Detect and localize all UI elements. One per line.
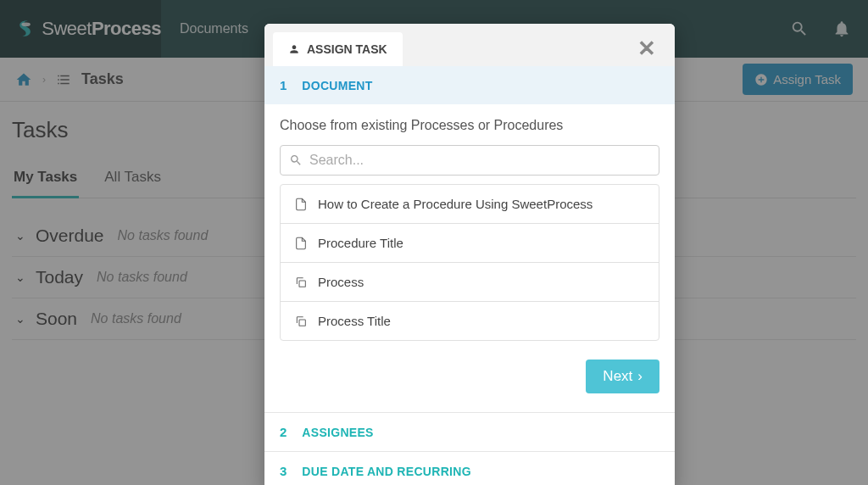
step-label: DUE DATE AND RECURRING (302, 465, 471, 478)
step-label: DOCUMENT (302, 79, 372, 92)
step-instruction: Choose from existing Processes or Proced… (280, 118, 659, 133)
modal-title-tab: ASSIGN TASK (273, 32, 403, 66)
next-button[interactable]: Next › (586, 360, 659, 393)
document-item[interactable]: Procedure Title (281, 224, 659, 263)
file-icon (294, 237, 308, 250)
document-title: How to Create a Procedure Using SweetPro… (318, 197, 593, 211)
copy-icon (294, 276, 308, 289)
step-number: 1 (280, 78, 287, 92)
document-title: Procedure Title (318, 236, 403, 250)
document-item[interactable]: How to Create a Procedure Using SweetPro… (281, 185, 659, 224)
svg-rect-2 (299, 320, 305, 326)
step-document-body: Choose from existing Processes or Proced… (264, 104, 675, 412)
next-button-label: Next (603, 368, 632, 385)
step-assignees-header[interactable]: 2 ASSIGNEES (264, 412, 675, 451)
svg-rect-1 (299, 281, 305, 287)
document-item[interactable]: Process Title (281, 302, 659, 340)
file-icon (294, 198, 308, 211)
document-item[interactable]: Process (281, 263, 659, 302)
search-icon (289, 153, 303, 167)
person-icon (288, 43, 300, 55)
step-number: 2 (280, 425, 287, 439)
step-label: ASSIGNEES (302, 426, 373, 439)
step-document-header[interactable]: 1 DOCUMENT (264, 66, 675, 104)
close-icon: ✕ (637, 36, 656, 61)
step-number: 3 (280, 464, 287, 478)
modal-title: ASSIGN TASK (307, 42, 387, 56)
chevron-right-icon: › (637, 368, 643, 385)
modal-header: ASSIGN TASK ✕ (264, 24, 675, 66)
copy-icon (294, 315, 308, 328)
document-title: Process Title (318, 314, 391, 328)
close-button[interactable]: ✕ (631, 32, 663, 65)
step-duedate-header[interactable]: 3 DUE DATE AND RECURRING (264, 451, 675, 485)
document-search[interactable] (280, 145, 659, 176)
document-list: How to Create a Procedure Using SweetPro… (280, 184, 659, 341)
document-title: Process (318, 275, 364, 289)
assign-task-modal: ASSIGN TASK ✕ 1 DOCUMENT Choose from exi… (264, 24, 675, 485)
search-input[interactable] (309, 153, 650, 168)
